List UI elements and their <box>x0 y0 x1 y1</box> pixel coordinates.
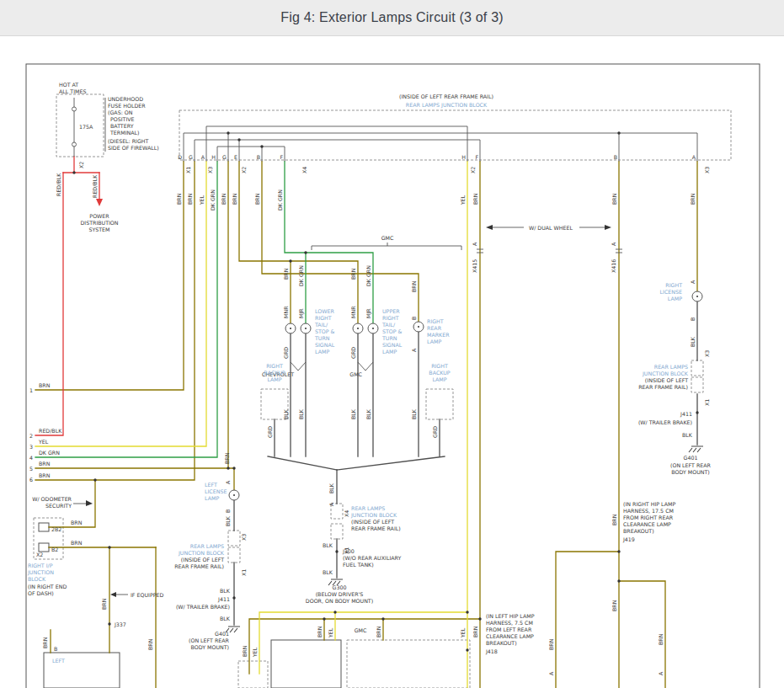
diagram-label: BLK <box>283 408 289 419</box>
figure-header: Fig 4: Exterior Lamps Circuit (3 of 3) <box>0 0 784 36</box>
diagram-label: FROM LEFT REAR <box>486 627 532 632</box>
diagram-label: DK GRN <box>365 265 371 286</box>
diagram-label: X3 <box>704 167 710 173</box>
diagram-label: BLOCK <box>28 576 46 582</box>
diagram-label: JUNCTION <box>27 569 54 576</box>
diagram-label: LAMP <box>205 495 219 501</box>
diagram-label: BRN <box>176 193 182 205</box>
diagram-label: BODY MOUNT) <box>190 644 229 650</box>
diagram-label: SIGNAL <box>315 342 335 348</box>
diagram-label: RED/BLK <box>56 173 61 196</box>
diagram-label: A <box>548 671 554 675</box>
diagram-label: RIGHT <box>665 282 682 288</box>
left-connector-x3 <box>228 531 240 546</box>
diagram-label: A <box>328 502 334 506</box>
power-distribution-arrow <box>96 199 103 206</box>
diagram-label: H <box>211 154 216 160</box>
diagram-label: TAIL/ <box>381 322 396 328</box>
ground-g401-right <box>689 446 703 452</box>
diagram-label: F <box>280 154 283 160</box>
diagram-label: REAR LAMPS <box>654 364 688 370</box>
if-equipped-arrowhead <box>110 592 116 597</box>
diagram-label: YEL <box>38 439 49 445</box>
diagram-label: LAMP <box>427 339 441 344</box>
ip-pin-2b2 <box>39 523 49 531</box>
diagram-label: GMC <box>349 371 362 377</box>
label-layer: HOT ATALL TIMES175AUNDERHOODFUSE HOLDER(… <box>27 82 712 675</box>
diagram-label: (ON LEFT REAR <box>670 462 712 468</box>
gmc-pointer <box>358 362 373 371</box>
diagram-label: GMC <box>381 235 394 241</box>
diagram-label: (ON LEFT REAR <box>189 637 230 643</box>
diagram-label: BRN <box>411 280 417 292</box>
diagram-label: B <box>690 317 696 321</box>
diagram-label: W/ ODOMETER <box>32 496 72 502</box>
diagram-label: BRN <box>39 472 51 478</box>
diagram-label: MNR <box>350 306 356 318</box>
diagram-label: DK GRN <box>298 265 304 286</box>
diagram-label: 2B2 <box>51 526 61 532</box>
bottom-center-box <box>271 640 341 688</box>
diagram-label: BODY MOUNT) <box>671 469 710 475</box>
diagram-label: BLK <box>298 408 304 419</box>
diagram-label: LAMP <box>668 296 682 301</box>
diagram-label: BRN <box>317 626 323 637</box>
diagram-label: JUNCTION BLOCK <box>178 550 225 557</box>
diagram-label: LICENSE <box>205 488 227 494</box>
diagram-label: SYSTEM <box>88 227 109 232</box>
diagram-label: LAMP <box>315 349 329 355</box>
diagram-label: DK GRN <box>39 450 60 456</box>
diagram-label: LAMP <box>432 376 446 382</box>
diagram-label: BRN <box>101 598 107 610</box>
diagram-label: RIGHT <box>382 315 399 321</box>
diagram-label: FUSE HOLDER <box>108 103 146 109</box>
diagram-label: TAIL/ <box>314 322 328 328</box>
diagram-label: 3 <box>29 444 33 450</box>
diagram-label: BRN <box>376 626 381 637</box>
diagram-label: (INSIDE OF LEFT <box>645 377 688 383</box>
diagram-label: J411 <box>680 411 692 418</box>
diagram-label: POWER <box>89 213 109 219</box>
diagram-label: LOWER <box>315 308 334 314</box>
diagram-label: J300 <box>342 548 355 555</box>
diagram-label: X416 <box>611 259 616 273</box>
gmc-bracket <box>312 243 461 250</box>
diagram-label: BLK <box>682 432 693 438</box>
diagram-label: H <box>461 154 466 160</box>
diagram-label: HARNESS, 7.5 CM <box>486 620 533 626</box>
brown-wires <box>35 162 697 688</box>
diagram-canvas: HOT ATALL TIMES175AUNDERHOODFUSE HOLDER(… <box>0 0 784 688</box>
diagram-label: CLEARANCE LAMP <box>486 633 534 639</box>
diagram-label: BLK <box>411 408 417 419</box>
diagram-label: (IN RIGHT END <box>28 584 67 589</box>
diagram-label: POSITIVE <box>110 116 135 122</box>
diagram-label: RIGHT <box>315 315 332 321</box>
diagram-label: G401 <box>215 631 229 637</box>
figure-title: Fig 4: Exterior Lamps Circuit (3 of 3) <box>280 10 504 25</box>
diagram-label: (DIESEL: RIGHT <box>108 138 149 144</box>
bottom-gmc-box <box>347 640 470 688</box>
diagram-label: LAMP <box>382 349 397 355</box>
diagram-label: 5 <box>29 466 33 472</box>
diagram-label: B <box>257 154 260 160</box>
diagram-label: J411 <box>217 596 230 603</box>
diagram-label: YEL <box>460 627 466 638</box>
diagram-label: RED/BLK <box>39 428 62 434</box>
diagram-label: BACKUP <box>429 370 450 376</box>
diagram-label: BRN <box>350 268 356 280</box>
diagram-label: (IN RIGHT HIP LAMP <box>623 501 676 507</box>
diagram-label: JUNCTION BLOCK <box>642 371 689 377</box>
diagram-label: BLK <box>328 483 334 493</box>
diagram-label: A <box>225 480 231 484</box>
diagram-label: REAR FRAME RAIL) <box>174 563 224 569</box>
diagram-label: BREAKOUT) <box>486 640 517 646</box>
diagram-label: BLK <box>690 336 696 347</box>
diagram-label: BRN <box>658 633 664 645</box>
right-backup-lamp-box-right <box>426 389 453 419</box>
diagram-label: YEL <box>328 627 333 638</box>
diagram-label: X1 <box>185 167 191 173</box>
diagram-label: A <box>411 348 417 352</box>
diagram-label: X2 <box>78 162 84 168</box>
diagram-label: MJR <box>365 308 372 318</box>
diagram-label: G <box>222 154 227 160</box>
